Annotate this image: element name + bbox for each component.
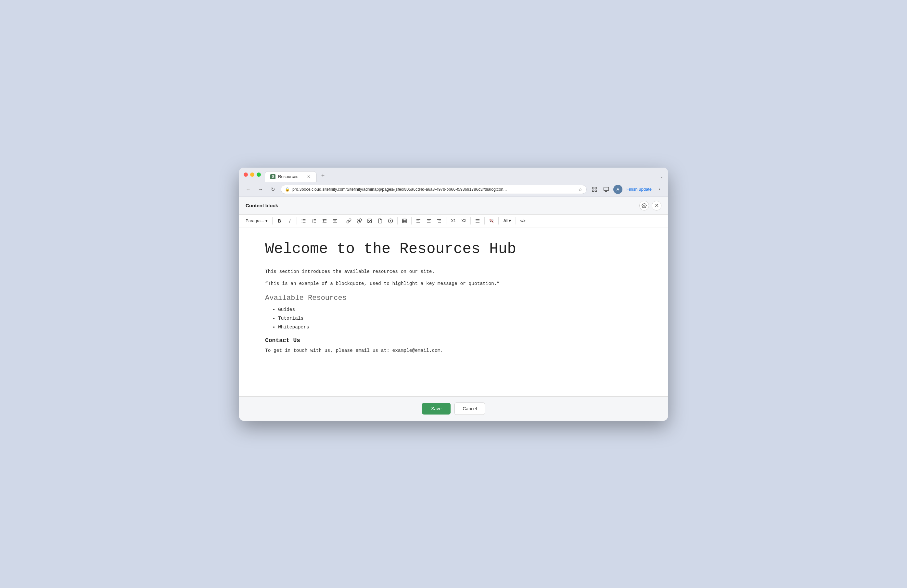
cast-icon[interactable] xyxy=(602,185,611,194)
user-avatar[interactable]: A xyxy=(613,185,622,194)
clear-format-button[interactable] xyxy=(487,216,497,226)
minimize-traffic-light[interactable] xyxy=(250,173,254,177)
content-list: Guides Tutorials Whitepapers xyxy=(265,306,642,332)
browser-toolbar-right: A Finish update ⋮ xyxy=(590,185,663,194)
content-blockquote: “This is an example of a blockquote, use… xyxy=(265,280,642,287)
content-heading-2: Available Resources xyxy=(265,294,642,302)
list-item-2: Tutorials xyxy=(278,315,642,322)
svg-point-24 xyxy=(369,219,369,220)
active-tab[interactable]: S Resources ✕ xyxy=(265,171,317,182)
fullscreen-traffic-light[interactable] xyxy=(256,173,261,177)
toolbar-separator-6 xyxy=(446,217,446,224)
toolbar-separator-3 xyxy=(342,217,342,224)
settings-button[interactable] xyxy=(639,201,649,210)
svg-text:3: 3 xyxy=(312,221,313,223)
svg-rect-1 xyxy=(595,187,596,189)
address-input[interactable]: 🔒 pro.3b0ce.cloud.sitefinity.com/Sitefin… xyxy=(281,185,587,194)
toolbar-separator-2 xyxy=(296,217,297,224)
toolbar-separator-7 xyxy=(470,217,471,224)
panel-title: Content block xyxy=(245,203,278,208)
unordered-list-button[interactable] xyxy=(299,216,309,226)
traffic-lights xyxy=(244,173,261,180)
tab-close-button[interactable]: ✕ xyxy=(306,174,311,179)
close-panel-button[interactable]: ✕ xyxy=(652,201,662,210)
extensions-icon[interactable] xyxy=(590,185,599,194)
format-button[interactable] xyxy=(473,216,482,226)
lock-icon: 🔒 xyxy=(285,187,290,192)
content-heading-3: Contact Us xyxy=(265,337,642,344)
svg-rect-3 xyxy=(595,190,596,191)
bookmark-icon[interactable]: ☆ xyxy=(578,187,582,192)
editor-area[interactable]: Welcome to the Resources Hub This sectio… xyxy=(239,228,668,396)
rte-toolbar: Paragra... ▾ B I 123 xyxy=(239,215,668,228)
svg-rect-27 xyxy=(402,219,406,223)
list-item-3: Whitepapers xyxy=(278,324,642,331)
paragraph-style-label: Paragra... xyxy=(245,218,264,223)
content-heading-1: Welcome to the Resources Hub xyxy=(265,240,642,258)
back-button[interactable]: ← xyxy=(244,185,253,194)
svg-point-11 xyxy=(302,222,303,223)
content-paragraph-1: This section introduces the available re… xyxy=(265,268,642,276)
link-button[interactable] xyxy=(344,216,354,226)
address-text: pro.3b0ce.cloud.sitefinity.com/Sitefinit… xyxy=(292,187,576,192)
toolbar-separator-8 xyxy=(484,217,485,224)
forward-button[interactable]: → xyxy=(256,185,265,194)
content-paragraph-2: To get in touch with us, please email us… xyxy=(265,347,642,354)
paragraph-style-dropdown[interactable]: Paragra... ▾ xyxy=(243,217,270,224)
svg-point-10 xyxy=(302,221,303,221)
superscript-button[interactable]: X2 xyxy=(459,216,468,226)
tab-expand-button[interactable]: ⌄ xyxy=(660,174,663,182)
svg-rect-2 xyxy=(592,190,594,191)
list-item-1: Guides xyxy=(278,306,642,314)
new-tab-button[interactable]: + xyxy=(318,171,328,181)
video-button[interactable] xyxy=(386,216,395,226)
svg-marker-26 xyxy=(390,220,391,221)
unlink-button[interactable] xyxy=(354,216,364,226)
outdent-button[interactable] xyxy=(320,216,329,226)
align-center-button[interactable] xyxy=(424,216,434,226)
paragraph-dropdown-arrow: ▾ xyxy=(265,218,268,223)
title-bar: S Resources ✕ + ⌄ xyxy=(239,168,668,182)
svg-rect-0 xyxy=(592,187,594,189)
toolbar-separator-10 xyxy=(516,217,516,224)
svg-rect-4 xyxy=(604,187,609,191)
cancel-button[interactable]: Cancel xyxy=(455,402,485,415)
panel-footer: Save Cancel xyxy=(239,396,668,421)
svg-line-22 xyxy=(358,219,361,223)
tab-title: Resources xyxy=(278,174,298,179)
panel-header: Content block ✕ xyxy=(239,197,668,215)
close-traffic-light[interactable] xyxy=(244,173,248,177)
italic-button[interactable]: I xyxy=(285,216,295,226)
finish-update-button[interactable]: Finish update xyxy=(625,185,653,193)
toolbar-separator-1 xyxy=(272,217,272,224)
ai-button[interactable]: AI ▾ xyxy=(501,216,514,226)
tab-bar: S Resources ✕ + ⌄ xyxy=(265,171,663,182)
tab-favicon: S xyxy=(270,174,276,179)
subscript-button[interactable]: X2 xyxy=(448,216,458,226)
align-left-button[interactable] xyxy=(413,216,423,226)
svg-point-9 xyxy=(302,219,303,220)
source-button[interactable]: </> xyxy=(518,216,527,226)
bold-button[interactable]: B xyxy=(274,216,284,226)
svg-point-5 xyxy=(644,205,645,206)
browser-window: S Resources ✕ + ⌄ ← → ↻ 🔒 pro.3b0ce.clou… xyxy=(239,168,668,421)
indent-button[interactable] xyxy=(330,216,340,226)
reload-button[interactable]: ↻ xyxy=(268,185,277,194)
table-button[interactable] xyxy=(399,216,409,226)
ordered-list-button[interactable]: 123 xyxy=(309,216,319,226)
panel-icons: ✕ xyxy=(639,201,662,210)
save-button[interactable]: Save xyxy=(422,403,450,415)
align-right-button[interactable] xyxy=(434,216,444,226)
document-button[interactable] xyxy=(375,216,385,226)
toolbar-separator-5 xyxy=(411,217,412,224)
image-button[interactable] xyxy=(365,216,375,226)
address-bar: ← → ↻ 🔒 pro.3b0ce.cloud.sitefinity.com/S… xyxy=(239,182,668,197)
more-options-button[interactable]: ⋮ xyxy=(655,186,663,193)
